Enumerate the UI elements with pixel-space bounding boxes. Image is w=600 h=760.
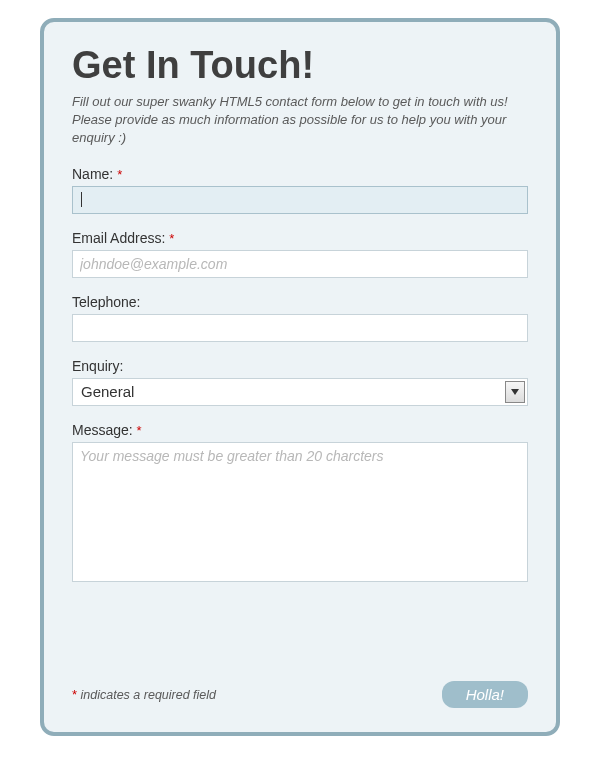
enquiry-label: Enquiry:: [72, 358, 528, 374]
svg-marker-0: [511, 389, 519, 395]
message-textarea[interactable]: [72, 442, 528, 582]
name-label: Name: *: [72, 166, 528, 182]
telephone-input[interactable]: [72, 314, 528, 342]
message-label-text: Message:: [72, 422, 133, 438]
form-footer: * indicates a required field Holla!: [72, 681, 528, 708]
telephone-label: Telephone:: [72, 294, 528, 310]
chevron-down-icon[interactable]: [505, 381, 525, 403]
field-email: Email Address: *: [72, 230, 528, 278]
field-telephone: Telephone:: [72, 294, 528, 342]
required-mark: *: [117, 167, 122, 182]
message-label: Message: *: [72, 422, 528, 438]
text-cursor: [81, 192, 82, 207]
submit-button[interactable]: Holla!: [442, 681, 528, 708]
contact-form-card: Get In Touch! Fill out our super swanky …: [40, 18, 560, 736]
field-name: Name: *: [72, 166, 528, 214]
page-title: Get In Touch!: [72, 44, 528, 87]
enquiry-select[interactable]: General: [72, 378, 528, 406]
required-note: * indicates a required field: [72, 687, 216, 702]
name-label-text: Name:: [72, 166, 113, 182]
page-subtitle: Fill out our super swanky HTML5 contact …: [72, 93, 528, 148]
required-note-text: indicates a required field: [77, 688, 216, 702]
field-message: Message: *: [72, 422, 528, 586]
name-input[interactable]: [72, 186, 528, 214]
email-label: Email Address: *: [72, 230, 528, 246]
required-mark: *: [137, 423, 142, 438]
email-label-text: Email Address:: [72, 230, 165, 246]
email-input[interactable]: [72, 250, 528, 278]
enquiry-selected-value: General: [73, 379, 527, 404]
required-mark: *: [169, 231, 174, 246]
field-enquiry: Enquiry: General: [72, 358, 528, 406]
